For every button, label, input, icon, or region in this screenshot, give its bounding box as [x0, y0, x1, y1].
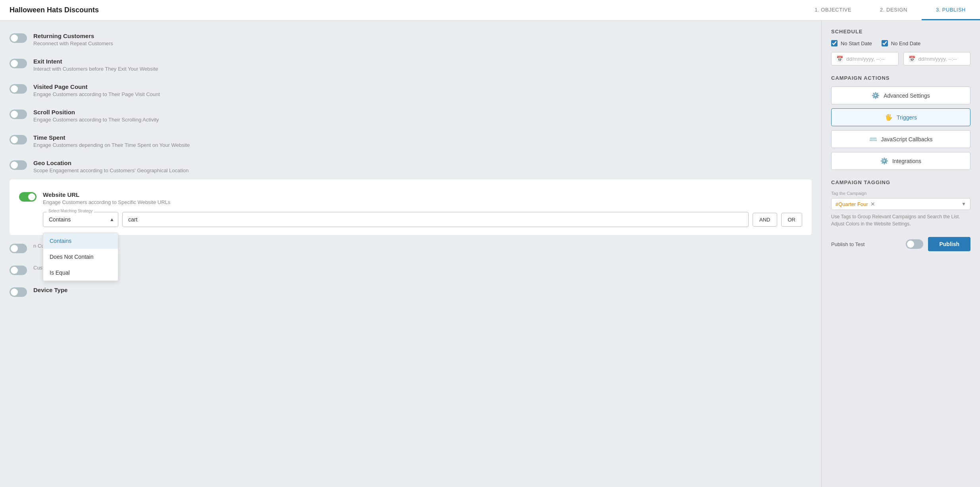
toggle-extra-1[interactable] — [10, 244, 27, 253]
hand-icon: 🖐 — [885, 114, 893, 121]
tag-chip: #Quarter Four ✕ — [836, 201, 875, 207]
toggle-track — [10, 160, 27, 170]
trigger-text-website-url: Website URL Engage Customers according t… — [43, 191, 170, 205]
or-button[interactable]: OR — [781, 213, 803, 227]
url-config: Select Matching Strategy Contains ▲ Cont… — [43, 212, 802, 227]
trigger-item-extra-1: n Customers' Cookies — [10, 235, 812, 259]
campaign-tagging-title: CAMPAIGN TAGGING — [831, 179, 970, 185]
calendar-icon-end: 📅 — [909, 56, 915, 62]
campaign-actions-title: CAMPAIGN ACTIONS — [831, 75, 970, 81]
trigger-text-geo-location: Geo Location Scope Engagement according … — [33, 160, 189, 173]
no-end-date-label[interactable]: No End Date — [882, 40, 920, 46]
schedule-title: SCHEDULE — [831, 29, 970, 35]
trigger-item-extra-2: Customers' Referring Website — [10, 259, 812, 281]
campaign-title: Halloween Hats Discounts — [0, 0, 800, 20]
no-start-date-label[interactable]: No Start Date — [831, 40, 872, 46]
advanced-settings-button[interactable]: ⚙️ Advanced Settings — [831, 87, 970, 104]
publish-to-test-label: Publish to Test — [831, 241, 864, 247]
and-button[interactable]: AND — [753, 213, 777, 227]
tab-publish[interactable]: 3. PUBLISH — [922, 0, 980, 20]
trigger-text-exit-intent: Exit Intent Interact with Customers befo… — [33, 58, 158, 72]
tag-hint: Use Tags to Group Relevant Campaigns and… — [831, 213, 970, 227]
trigger-text-device-type: Device Type — [33, 287, 67, 295]
toggle-track — [10, 287, 27, 297]
top-nav: Halloween Hats Discounts 1. OBJECTIVE 2.… — [0, 0, 980, 21]
toggle-track — [10, 33, 27, 43]
toggle-website-url[interactable] — [19, 192, 37, 202]
publish-test-track — [906, 239, 923, 249]
trigger-text-time-spent: Time Spent Engage Customers depending on… — [33, 134, 190, 148]
trigger-item-scroll-position: Scroll Position Engage Customers accordi… — [10, 103, 812, 129]
toggle-visited-page-count[interactable] — [10, 84, 27, 94]
toggle-track — [10, 84, 27, 94]
toggle-track — [10, 110, 27, 119]
toggle-track-active — [19, 192, 37, 202]
trigger-text-scroll-position: Scroll Position Engage Customers accordi… — [33, 109, 159, 123]
triggers-button[interactable]: 🖐 Triggers — [831, 108, 970, 126]
trigger-item-device-type: Device Type — [10, 281, 812, 303]
toggle-time-spent[interactable] — [10, 135, 27, 144]
trigger-item-geo-location: Geo Location Scope Engagement according … — [10, 154, 812, 179]
toggle-track — [10, 266, 27, 275]
no-end-date-checkbox[interactable] — [882, 40, 888, 46]
publish-row: Publish to Test Publish — [831, 237, 970, 251]
main-layout: Returning Customers Reconnect with Repea… — [0, 21, 980, 487]
publish-button[interactable]: Publish — [928, 237, 970, 251]
integrations-button[interactable]: ⚙️ Integrations — [831, 152, 970, 170]
tag-input-row[interactable]: #Quarter Four ✕ ▼ — [831, 198, 970, 210]
left-panel: Returning Customers Reconnect with Repea… — [0, 21, 821, 487]
trigger-text-returning-customers: Returning Customers Reconnect with Repea… — [33, 33, 113, 46]
campaign-actions: CAMPAIGN ACTIONS ⚙️ Advanced Settings 🖐 … — [831, 75, 970, 170]
strategy-select[interactable]: Contains — [43, 212, 118, 227]
trigger-item-returning-customers: Returning Customers Reconnect with Repea… — [10, 27, 812, 52]
trigger-item-website-url: Website URL Engage Customers according t… — [19, 186, 802, 210]
tag-campaign-label: Tag the Campaign — [831, 191, 970, 196]
toggle-track — [10, 135, 27, 144]
dropdown-item-contains[interactable]: Contains — [43, 233, 118, 249]
dropdown-item-does-not-contain[interactable]: Does Not Contain — [43, 249, 118, 265]
trigger-item-visited-page-count: Visited Page Count Engage Customers acco… — [10, 78, 812, 103]
toggle-exit-intent[interactable] — [10, 59, 27, 68]
toggle-track — [10, 59, 27, 68]
sliders-icon: ⚙️ — [872, 92, 880, 99]
start-date-input[interactable]: 📅 dd/mm/yyyy, --:-- — [831, 52, 899, 65]
trigger-list: Returning Customers Reconnect with Repea… — [0, 21, 821, 309]
trigger-item-time-spent: Time Spent Engage Customers depending on… — [10, 129, 812, 154]
trigger-item-exit-intent: Exit Intent Interact with Customers befo… — [10, 52, 812, 78]
end-date-input[interactable]: 📅 dd/mm/yyyy, --:-- — [903, 52, 971, 65]
toggle-geo-location[interactable] — [10, 160, 27, 170]
tag-remove-button[interactable]: ✕ — [870, 201, 875, 207]
code-icon: ⌨️ — [869, 135, 877, 143]
javascript-callbacks-button[interactable]: ⌨️ JavaScript Callbacks — [831, 130, 970, 148]
strategy-label: Select Matching Strategy — [47, 209, 94, 213]
tab-design[interactable]: 2. DESIGN — [866, 0, 922, 20]
toggle-extra-2[interactable] — [10, 266, 27, 275]
url-row: Select Matching Strategy Contains ▲ Cont… — [43, 212, 802, 227]
nav-tabs: 1. OBJECTIVE 2. DESIGN 3. PUBLISH — [800, 0, 980, 20]
gear-icon: ⚙️ — [880, 157, 888, 165]
right-panel: SCHEDULE No Start Date No End Date 📅 dd/… — [821, 21, 980, 487]
trigger-text-visited-page-count: Visited Page Count Engage Customers acco… — [33, 83, 160, 97]
trigger-expanded-website-url: Website URL Engage Customers according t… — [10, 179, 812, 235]
toggle-returning-customers[interactable] — [10, 33, 27, 43]
date-inputs: 📅 dd/mm/yyyy, --:-- 📅 dd/mm/yyyy, --:-- — [831, 52, 970, 65]
campaign-tagging: CAMPAIGN TAGGING Tag the Campaign #Quart… — [831, 179, 970, 227]
tab-objective[interactable]: 1. OBJECTIVE — [800, 0, 866, 20]
dropdown-item-is-equal[interactable]: Is Equal — [43, 265, 118, 281]
strategy-dropdown-menu: Contains Does Not Contain Is Equal — [43, 233, 118, 281]
publish-to-test-toggle[interactable] — [906, 239, 923, 249]
calendar-icon-start: 📅 — [836, 56, 843, 62]
toggle-scroll-position[interactable] — [10, 110, 27, 119]
no-start-date-checkbox[interactable] — [831, 40, 838, 46]
toggle-track — [10, 244, 27, 253]
strategy-select-wrapper: Select Matching Strategy Contains ▲ Cont… — [43, 212, 118, 227]
url-value-input[interactable] — [122, 212, 749, 227]
schedule-checkboxes: No Start Date No End Date — [831, 40, 970, 46]
tag-dropdown-arrow-icon[interactable]: ▼ — [961, 201, 966, 207]
toggle-device-type[interactable] — [10, 287, 27, 297]
